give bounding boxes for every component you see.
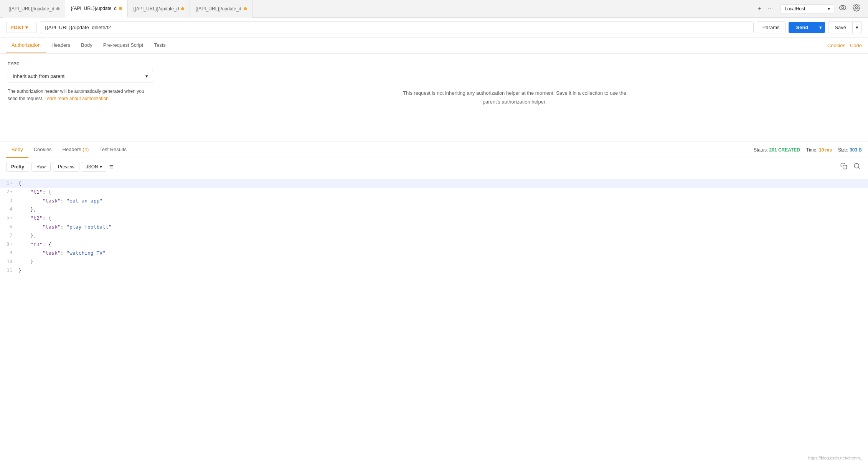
code-line-4: 4 }, [0,205,868,214]
settings-button[interactable] [851,2,862,15]
tab-bar-right: LocalHost ▾ [777,2,865,15]
save-group: Save ▾ [828,21,862,33]
code-line-9: 9 "task": "watching TV" [0,249,868,258]
tab-pre-request[interactable]: Pre-request Script [98,38,149,53]
line-number-9: 9 [0,249,18,257]
resp-tab-body[interactable]: Body [6,142,28,158]
line-number-11: 11 [0,267,18,274]
raw-button[interactable]: Raw [31,162,51,172]
tab-body[interactable]: Body [76,38,98,53]
fold-arrow-8[interactable]: ▾ [10,241,12,247]
fold-arrow-2[interactable]: ▾ [10,189,12,195]
auth-left: TYPE Inherit auth from parent ▾ The auth… [0,54,161,142]
code-line-7: 7 }, [0,232,868,240]
eye-button[interactable] [837,2,848,15]
tab-4-label: {{API_URL}}/update_d [195,6,241,12]
add-tab-button[interactable]: + [756,4,763,14]
tab-actions: + ··· [753,4,777,14]
env-label: LocalHost [785,6,805,12]
tab-headers[interactable]: Headers [46,38,76,53]
send-group: Send ▾ [789,22,825,33]
tab-1-dot [56,7,59,10]
svg-line-5 [858,167,859,168]
code-content-6: "task": "play football" [18,223,868,231]
svg-point-0 [840,5,846,10]
size-label: Size: 303 B [838,147,862,153]
tab-authorization[interactable]: Authorization [6,38,46,53]
svg-rect-3 [843,165,847,169]
save-dropdown-button[interactable]: ▾ [853,21,862,33]
line-number-4: 4 [0,206,18,213]
response-header: Body Cookies Headers (4) Test Results St… [0,142,868,158]
tab-2-dot [119,7,122,10]
send-dropdown-button[interactable]: ▾ [816,22,825,33]
type-dropdown-icon: ▾ [145,73,148,79]
tab-3-label: {{API_URL}}/update_d [133,6,179,12]
code-content-11: } [18,267,868,275]
auth-learn-more-link[interactable]: Learn more about authorization [45,96,109,101]
format-type: JSON [86,164,98,170]
type-select[interactable]: Inherit auth from parent ▾ [8,70,153,82]
save-button[interactable]: Save [828,21,853,33]
tab-list: {{API_URL}}/update_d {{API_URL}}/update_… [3,0,753,18]
tab-2[interactable]: {{API_URL}}/update_d [65,0,127,18]
size-value: 303 B [850,147,862,153]
tab-3-dot [181,7,184,10]
code-line-10: 10 } [0,258,868,267]
pretty-button[interactable]: Pretty [6,162,29,172]
body-toolbar-right [839,161,862,173]
code-content-4: }, [18,206,868,214]
cookies-link[interactable]: Cookies [827,43,845,48]
fold-arrow-5[interactable]: ▾ [10,215,12,221]
search-button[interactable] [852,161,862,173]
code-content-2: "t1": { [18,188,868,196]
line-number-8: 8▾ [0,241,18,248]
time-label: Time: 10 ms [806,147,832,153]
line-number-6: 6 [0,223,18,230]
resp-tab-headers[interactable]: Headers (4) [57,142,94,158]
code-view: 1▾{2▾ "t1": {3 "task": "eat an app"4 },5… [0,176,868,278]
code-line-2: 2▾ "t1": { [0,188,868,197]
request-bar: POST ▾ Params Send ▾ Save ▾ [0,18,868,38]
more-tabs-button[interactable]: ··· [766,4,774,14]
code-content-8: "t3": { [18,241,868,249]
send-button[interactable]: Send [789,22,816,33]
tab-1[interactable]: {{API_URL}}/update_d [3,0,65,18]
auth-panel: TYPE Inherit auth from parent ▾ The auth… [0,54,868,142]
svg-point-4 [854,163,859,168]
copy-button[interactable] [839,161,849,173]
code-content-1: { [18,179,868,188]
resp-tab-test-results[interactable]: Test Results [94,142,132,158]
code-link[interactable]: Code [850,43,862,48]
body-toolbar: Pretty Raw Preview JSON ▾ ≡ [0,158,868,176]
method-selector[interactable]: POST ▾ [6,22,37,33]
auth-description: The authorization header will be automat… [8,88,153,102]
tab-1-label: {{API_URL}}/update_d [8,6,54,12]
code-line-8: 8▾ "t3": { [0,240,868,249]
tab-4-dot [244,7,247,10]
code-line-6: 6 "task": "play football" [0,223,868,232]
svg-point-2 [856,7,858,9]
status-value: 201 CREATED [769,147,800,153]
line-number-3: 3 [0,197,18,204]
params-button[interactable]: Params [757,21,785,33]
tab-4[interactable]: {{API_URL}}/update_d [190,0,252,18]
code-line-1: 1▾{ [0,179,868,188]
env-selector[interactable]: LocalHost ▾ [781,4,834,13]
code-line-3: 3 "task": "eat an app" [0,197,868,206]
tab-3[interactable]: {{API_URL}}/update_d [128,0,190,18]
filter-icon[interactable]: ≡ [109,163,114,171]
preview-button[interactable]: Preview [53,162,79,172]
url-input[interactable] [40,21,754,33]
resp-tab-cookies[interactable]: Cookies [28,142,57,158]
tab-2-label: {{API_URL}}/update_d [71,6,116,11]
line-number-5: 5▾ [0,214,18,222]
format-selector[interactable]: JSON ▾ [82,162,106,172]
line-number-1: 1▾ [0,179,18,187]
time-value: 10 ms [819,147,832,153]
code-line-11: 11} [0,267,868,275]
type-value: Inherit auth from parent [13,73,64,79]
method-label: POST [10,25,24,30]
tab-tests[interactable]: Tests [149,38,171,53]
fold-arrow-1[interactable]: ▾ [10,180,12,186]
